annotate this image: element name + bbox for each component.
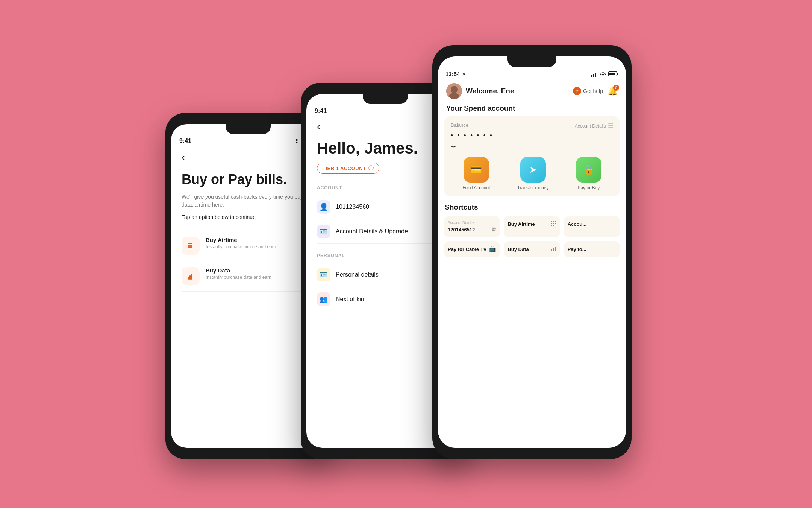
bills-tap: Tap an option below to continue	[182, 214, 315, 220]
action-buttons: 💳 Fund Account ➤ Transfer money	[451, 157, 613, 190]
svg-rect-12	[591, 75, 592, 77]
tier-info-icon: ⓘ	[368, 165, 374, 172]
welcome-left: Welcome, Ene	[446, 83, 514, 99]
shortcuts-grid: Account Number 1201456512 ⧉ Buy Airtime	[444, 216, 620, 257]
shortcut-cable-tv[interactable]: Pay for Cable TV 📺	[444, 241, 500, 257]
pay-label: Pay or Buy	[577, 185, 600, 190]
svg-rect-11	[191, 274, 192, 280]
status-time-2: 9:41	[315, 108, 327, 114]
back-button-1[interactable]: ‹	[182, 151, 315, 163]
svg-rect-1	[189, 243, 191, 244]
airtime-title: Buy Airtime	[206, 237, 315, 243]
bell-badge: 0	[613, 85, 619, 91]
location-icon: ⊳	[461, 71, 465, 77]
svg-rect-14	[595, 73, 596, 77]
svg-rect-5	[191, 245, 192, 246]
phone-ene: 13:54 ⊳	[432, 45, 632, 459]
transfer-money-btn[interactable]: ➤ Transfer money	[517, 157, 549, 190]
account-details-label: Account Details & Upgrade	[336, 228, 408, 235]
pay-icon: 🔒	[576, 157, 601, 183]
menu-item-data[interactable]: Buy Data Instantly purchase data and ear…	[182, 261, 315, 292]
shortcut-account-number[interactable]: Account Number 1201456512 ⧉	[444, 216, 500, 237]
svg-rect-19	[551, 221, 552, 222]
svg-rect-6	[188, 246, 189, 248]
svg-rect-10	[189, 275, 191, 280]
tier-badge[interactable]: TIER 1 ACCOUNT ⓘ	[317, 163, 379, 174]
get-help-btn[interactable]: ? Get help	[573, 87, 603, 95]
airtime-icon	[182, 237, 200, 255]
balance-dots: • • • • • • •	[451, 132, 613, 140]
shortcut-buy-data[interactable]: Buy Data	[504, 241, 560, 257]
next-of-kin-icon: 👥	[317, 292, 330, 306]
transfer-icon: ➤	[520, 157, 546, 183]
scene: 9:41 ⠿ ▲ ‹ Buy or Pay bills. We'll give …	[143, 38, 669, 470]
tier-label: TIER 1 ACCOUNT	[323, 166, 366, 171]
svg-rect-13	[593, 74, 594, 77]
shortcut-cable-value: Pay for Cable TV	[448, 246, 486, 252]
shortcut-pay-for[interactable]: Pay fo...	[564, 241, 620, 257]
shortcut-pay-value: Pay fo...	[568, 246, 586, 252]
account-person-icon: 👤	[317, 200, 330, 214]
svg-point-15	[603, 75, 604, 76]
status-time-3: 13:54 ⊳	[445, 71, 465, 77]
shortcut-data-icon	[550, 246, 556, 253]
fund-account-btn[interactable]: 💳 Fund Account	[462, 157, 490, 190]
fund-label: Fund Account	[462, 185, 490, 190]
personal-details-label: Personal details	[336, 271, 379, 278]
notification-bell[interactable]: 🔔 0	[607, 86, 618, 96]
get-help-label: Get help	[583, 88, 603, 94]
account-details-btn[interactable]: Account Details ☰	[575, 122, 613, 129]
data-desc: Instantly purchase data and earn	[206, 275, 315, 280]
balance-card: Balance Account Details ☰ • • • • • • • …	[444, 116, 620, 196]
account-number-text: 1011234560	[336, 204, 369, 210]
svg-rect-0	[188, 243, 189, 244]
bills-subtitle: We'll give you useful cash-backs every t…	[182, 193, 315, 209]
svg-rect-22	[551, 223, 552, 224]
account-details-icon: 🪪	[317, 225, 330, 238]
welcome-text: Welcome, Ene	[466, 87, 514, 95]
transfer-label: Transfer money	[517, 185, 549, 190]
svg-rect-24	[555, 223, 556, 224]
svg-rect-7	[189, 246, 191, 248]
menu-item-airtime[interactable]: Buy Airtime Instantly purchase airtime a…	[182, 231, 315, 261]
fund-icon: 💳	[464, 157, 489, 183]
svg-rect-28	[553, 248, 554, 251]
data-text: Buy Data Instantly purchase data and ear…	[206, 267, 315, 280]
account-details-label: Account Details	[575, 123, 606, 129]
next-of-kin-label: Next of kin	[336, 296, 364, 303]
balance-symbol: ⌣	[451, 141, 613, 151]
bills-title: Buy or Pay bills.	[182, 172, 315, 187]
personal-details-icon: 🪪	[317, 268, 330, 281]
spend-account-title: Your Spend account	[438, 104, 626, 113]
svg-point-17	[451, 86, 458, 93]
balance-label: Balance	[451, 122, 468, 128]
svg-rect-8	[191, 246, 192, 248]
shortcut-account[interactable]: Accou...	[564, 216, 620, 237]
avatar	[446, 83, 462, 99]
airtime-desc: Instantly purchase airtime and earn	[206, 244, 315, 249]
svg-rect-23	[553, 223, 554, 224]
airtime-text: Buy Airtime Instantly purchase airtime a…	[206, 237, 315, 249]
status-icons-3	[591, 71, 618, 77]
data-title: Buy Data	[206, 267, 315, 274]
pay-buy-btn[interactable]: 🔒 Pay or Buy	[576, 157, 601, 190]
shortcut-buy-airtime[interactable]: Buy Airtime	[504, 216, 560, 237]
help-icon: ?	[573, 87, 581, 95]
shortcut-account-trunc-value: Accou...	[568, 221, 587, 227]
status-time-1: 9:41	[179, 138, 191, 144]
shortcut-cable-icon: 📺	[489, 246, 496, 252]
svg-rect-20	[553, 221, 554, 222]
svg-rect-3	[188, 245, 189, 246]
header-actions: ? Get help 🔔 0	[573, 86, 618, 96]
svg-rect-29	[555, 247, 556, 251]
svg-rect-2	[191, 243, 192, 244]
svg-rect-4	[189, 245, 191, 246]
svg-rect-21	[555, 221, 556, 222]
shortcut-account-copy-icon[interactable]: ⧉	[492, 226, 496, 233]
shortcut-account-value: 1201456512	[448, 227, 475, 233]
account-details-icon: ☰	[608, 122, 613, 129]
data-icon	[182, 267, 200, 285]
shortcut-airtime-icon	[550, 221, 556, 228]
svg-rect-9	[188, 277, 189, 280]
shortcut-airtime-value: Buy Airtime	[508, 221, 535, 227]
